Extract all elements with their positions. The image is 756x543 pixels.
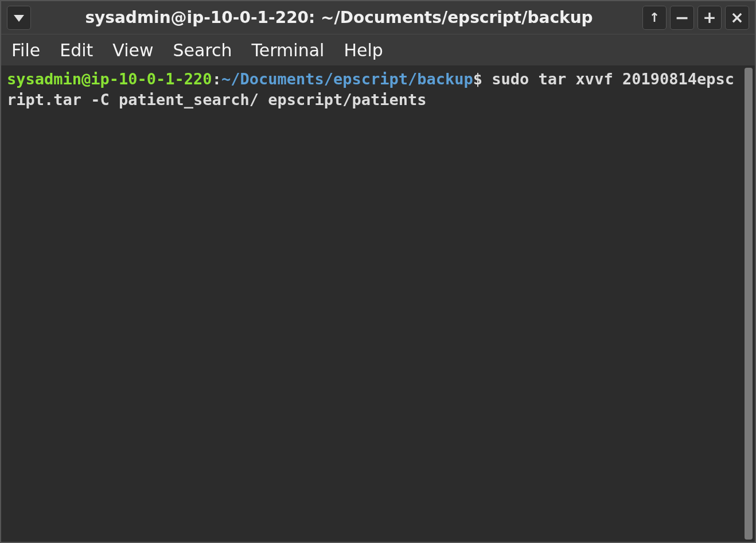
prompt-path: ~/Documents/epscript/backup: [221, 70, 473, 88]
scrollbar-thumb[interactable]: [745, 68, 753, 540]
caret-down-icon: [14, 10, 24, 25]
minimize-button[interactable]: −: [670, 6, 694, 30]
close-icon: ×: [730, 8, 743, 27]
menu-terminal[interactable]: Terminal: [252, 40, 325, 60]
prompt-separator: :: [212, 70, 221, 88]
maximize-button[interactable]: +: [697, 6, 722, 30]
terminal-area: sysadmin@ip-10-0-1-220:~/Documents/epscr…: [1, 65, 755, 542]
menu-edit[interactable]: Edit: [60, 40, 93, 60]
menu-help[interactable]: Help: [344, 40, 383, 60]
arrow-up-icon: ↑: [649, 10, 660, 25]
menu-search[interactable]: Search: [173, 40, 232, 60]
close-button[interactable]: ×: [725, 6, 749, 30]
minimize-icon: −: [675, 7, 689, 28]
terminal-content[interactable]: sysadmin@ip-10-0-1-220:~/Documents/epscr…: [1, 65, 745, 542]
scrollbar[interactable]: [745, 68, 753, 540]
prompt-user: sysadmin@ip-10-0-1-220: [7, 70, 212, 88]
plus-icon: +: [703, 8, 716, 27]
terminal-window: sysadmin@ip-10-0-1-220: ~/Documents/epsc…: [0, 0, 756, 543]
titlebar-left: [7, 6, 36, 30]
prompt-dollar: $: [473, 70, 482, 88]
menu-file[interactable]: File: [11, 40, 40, 60]
menu-view[interactable]: View: [112, 40, 153, 60]
menubar: File Edit View Search Terminal Help: [1, 34, 755, 65]
keep-above-button[interactable]: ↑: [642, 6, 667, 30]
titlebar-right: ↑ − + ×: [642, 6, 749, 30]
svg-marker-0: [14, 15, 24, 22]
window-menu-button[interactable]: [7, 6, 31, 30]
window-title: sysadmin@ip-10-0-1-220: ~/Documents/epsc…: [36, 8, 642, 27]
titlebar: sysadmin@ip-10-0-1-220: ~/Documents/epsc…: [1, 1, 755, 34]
